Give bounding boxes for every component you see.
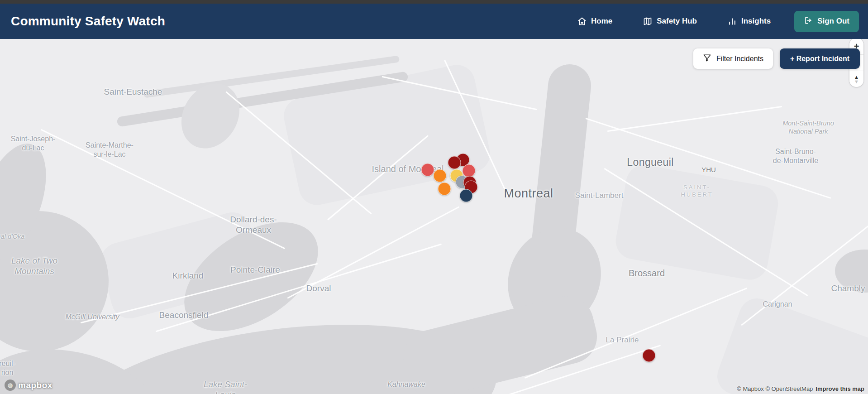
urban-area-shape xyxy=(712,293,868,394)
bar-chart-icon xyxy=(728,17,737,26)
pitch-down-icon: ▼ xyxy=(854,79,859,84)
main-nav: HomeSafety HubInsights xyxy=(575,16,773,26)
nav-item-home[interactable]: Home xyxy=(575,16,615,26)
filter-incidents-label: Filter Incidents xyxy=(716,55,763,63)
map-canvas[interactable]: Saint-EustacheSaint-Joseph- du-LacSainte… xyxy=(0,39,868,394)
nav-item-safety-hub[interactable]: Safety Hub xyxy=(640,16,700,26)
home-icon xyxy=(577,17,587,26)
incident-marker-dark-red[interactable] xyxy=(448,156,461,169)
app-header: Community Safety Watch HomeSafety HubIns… xyxy=(0,4,868,39)
urban-area-shape xyxy=(613,162,781,283)
report-incident-button[interactable]: + Report Incident xyxy=(780,48,860,69)
pitch-up-icon: ▲ xyxy=(854,75,859,79)
map-place-label: Sainte-Marthe- sur-le-Lac xyxy=(86,141,134,159)
sign-out-label: Sign Out xyxy=(817,17,849,26)
window-chrome-strip xyxy=(0,0,868,4)
water-shape xyxy=(397,290,603,394)
incident-marker-dark-red[interactable] xyxy=(643,349,656,362)
pitch-toggle-button[interactable]: ▲ ▼ xyxy=(849,71,863,87)
mapbox-logo[interactable]: ◍ mapbox xyxy=(5,380,52,391)
filter-incidents-button[interactable]: Filter Incidents xyxy=(693,48,773,69)
incident-marker-red[interactable] xyxy=(421,163,434,177)
map-place-label: Saint-Lambert xyxy=(575,191,624,201)
map-place-label: Mont-Saint-Bruno National Park xyxy=(782,120,834,135)
map-place-label: Brossard xyxy=(629,268,665,279)
nav-item-insights[interactable]: Insights xyxy=(725,16,773,26)
road-line xyxy=(607,106,782,132)
incident-marker-orange[interactable] xyxy=(438,183,451,196)
nav-item-label: Safety Hub xyxy=(657,17,697,26)
map-attribution: © Mapbox © OpenStreetMapImprove this map xyxy=(737,385,864,392)
nav-item-label: Insights xyxy=(741,17,771,26)
water-shape xyxy=(835,250,868,293)
map-icon xyxy=(643,17,652,26)
improve-map-link[interactable]: Improve this map xyxy=(816,385,864,392)
app-title: Community Safety Watch xyxy=(11,14,165,29)
map-place-label: Saint-Bruno- de-Montarville xyxy=(773,147,818,165)
incident-marker-orange[interactable] xyxy=(434,169,447,183)
incident-marker-red[interactable] xyxy=(463,164,476,178)
attribution-text: © Mapbox © OpenStreetMap xyxy=(737,385,813,392)
nav-item-label: Home xyxy=(591,17,612,26)
logout-icon xyxy=(804,16,813,27)
map-place-label: YHU xyxy=(701,166,716,174)
mapbox-logo-icon: ◍ xyxy=(5,380,16,391)
mapbox-logo-word: mapbox xyxy=(18,380,52,390)
incident-marker-navy[interactable] xyxy=(460,189,473,202)
filter-icon xyxy=(703,53,711,64)
sign-out-button[interactable]: Sign Out xyxy=(794,11,859,32)
